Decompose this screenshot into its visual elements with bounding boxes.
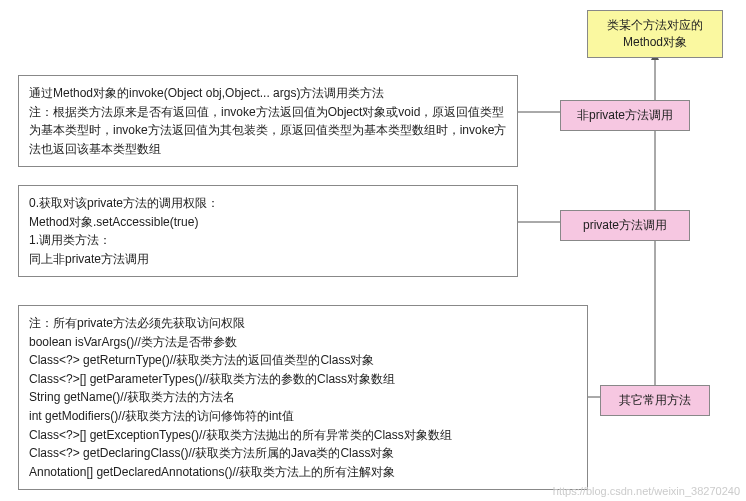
others-category: 其它常用方法 [600, 385, 710, 416]
non-private-desc: 通过Method对象的invoke(Object obj,Object... a… [29, 86, 506, 156]
private-desc: 0.获取对该private方法的调用权限： Method对象.setAccess… [29, 196, 219, 266]
root-title: 类某个方法对应的Method对象 [607, 18, 703, 49]
others-desc: 注：所有private方法必须先获取访问权限 boolean isVarArgs… [29, 316, 452, 479]
others-desc-box: 注：所有private方法必须先获取访问权限 boolean isVarArgs… [18, 305, 588, 490]
private-category: private方法调用 [560, 210, 690, 241]
non-private-label: 非private方法调用 [577, 108, 673, 122]
others-label: 其它常用方法 [619, 393, 691, 407]
root-node: 类某个方法对应的Method对象 [587, 10, 723, 58]
non-private-desc-box: 通过Method对象的invoke(Object obj,Object... a… [18, 75, 518, 167]
private-label: private方法调用 [583, 218, 667, 232]
watermark-text: https://blog.csdn.net/weixin_38270240 [553, 485, 740, 497]
private-desc-box: 0.获取对该private方法的调用权限： Method对象.setAccess… [18, 185, 518, 277]
non-private-category: 非private方法调用 [560, 100, 690, 131]
